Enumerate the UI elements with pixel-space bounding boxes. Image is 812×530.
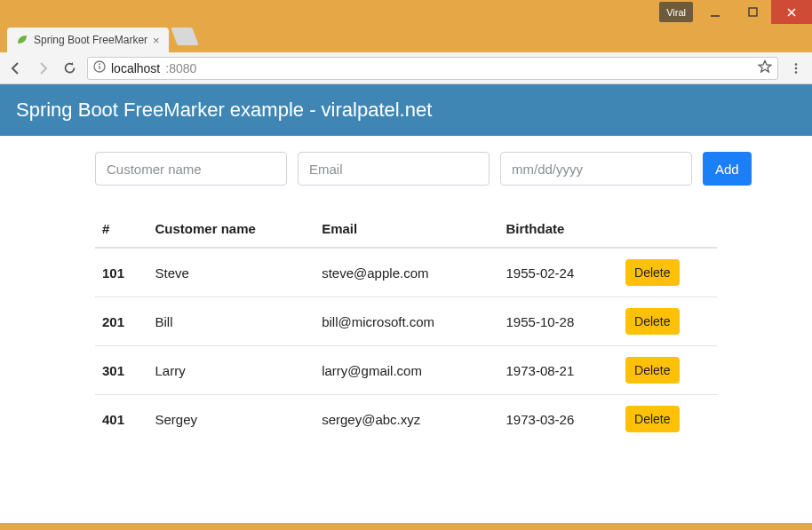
svg-rect-1 [749,8,757,16]
cell-actions: Delete [618,248,717,297]
url-host: localhost [111,61,160,75]
svg-point-5 [99,63,100,65]
cell-email: sergey@abc.xyz [314,395,498,444]
page-banner: Spring Boot FreeMarker example - viralpa… [0,84,812,136]
cell-name: Sergey [148,395,315,444]
cell-id: 201 [95,297,148,346]
page-content: Spring Boot FreeMarker example - viralpa… [0,84,812,523]
cell-name: Steve [148,248,315,297]
browser-toolbar: localhost:8080 [0,52,812,84]
delete-button[interactable]: Delete [625,259,679,286]
cell-email: larry@gmail.com [314,346,498,395]
bookmark-icon[interactable] [758,59,772,76]
window-close-button[interactable] [771,0,812,24]
new-tab-button[interactable] [171,28,198,45]
window-maximize-button[interactable] [734,0,771,24]
window-owner-tag: Viral [659,2,693,22]
cell-id: 401 [95,395,148,444]
col-name: Customer name [148,210,315,248]
cell-email: bill@microsoft.com [314,297,498,346]
browser-tab[interactable]: Spring Boot FreeMarker × [7,28,169,52]
add-customer-form: Add [95,152,717,186]
window-bottom-border [0,523,812,530]
cell-actions: Delete [618,395,717,444]
svg-rect-6 [99,66,100,69]
svg-point-8 [795,67,798,69]
address-bar[interactable]: localhost:8080 [87,57,778,80]
close-icon[interactable]: × [153,34,160,47]
svg-point-9 [795,71,798,74]
table-row: 401Sergeysergey@abc.xyz1973-03-26Delete [95,395,717,444]
customer-name-input[interactable] [95,152,287,186]
table-header-row: # Customer name Email Birthdate [95,210,717,248]
table-row: 301Larrylarry@gmail.com1973-08-21Delete [95,346,717,395]
delete-button[interactable]: Delete [625,406,679,432]
window-minimize-button[interactable] [697,0,734,24]
col-email: Email [314,210,498,248]
birthdate-input[interactable] [500,152,692,186]
back-button[interactable] [7,60,25,76]
window-titlebar: Viral [0,0,812,24]
info-icon[interactable] [93,60,106,75]
table-row: 201Billbill@microsoft.com1955-10-28Delet… [95,297,717,346]
col-birthdate: Birthdate [499,210,619,248]
col-id: # [95,210,148,248]
cell-birthdate: 1955-10-28 [499,297,619,346]
cell-email: steve@apple.com [314,248,498,297]
cell-id: 101 [95,248,148,297]
reload-button[interactable] [60,60,78,75]
browser-tab-title: Spring Boot FreeMarker [34,34,147,46]
cell-birthdate: 1973-08-21 [499,346,619,395]
email-input[interactable] [298,152,490,186]
delete-button[interactable]: Delete [625,308,679,335]
cell-actions: Delete [618,346,717,395]
leaf-icon [16,34,28,46]
browser-tabstrip: Spring Boot FreeMarker × [0,24,812,52]
url-port: :8080 [165,61,196,75]
main-container: Add # Customer name Email Birthdate 101S… [86,152,726,443]
browser-menu-button[interactable] [787,62,805,75]
cell-id: 301 [95,346,148,395]
table-row: 101Stevesteve@apple.com1955-02-24Delete [95,248,717,297]
forward-button[interactable] [34,60,52,76]
customers-table: # Customer name Email Birthdate 101Steve… [95,210,717,443]
svg-point-7 [795,63,798,66]
cell-actions: Delete [618,297,717,346]
delete-button[interactable]: Delete [625,357,679,384]
cell-birthdate: 1973-03-26 [499,395,619,444]
col-actions [618,210,717,248]
add-button[interactable]: Add [703,152,752,186]
page-title: Spring Boot FreeMarker example - viralpa… [16,99,432,121]
cell-birthdate: 1955-02-24 [499,248,619,297]
cell-name: Larry [148,346,315,395]
cell-name: Bill [148,297,315,346]
